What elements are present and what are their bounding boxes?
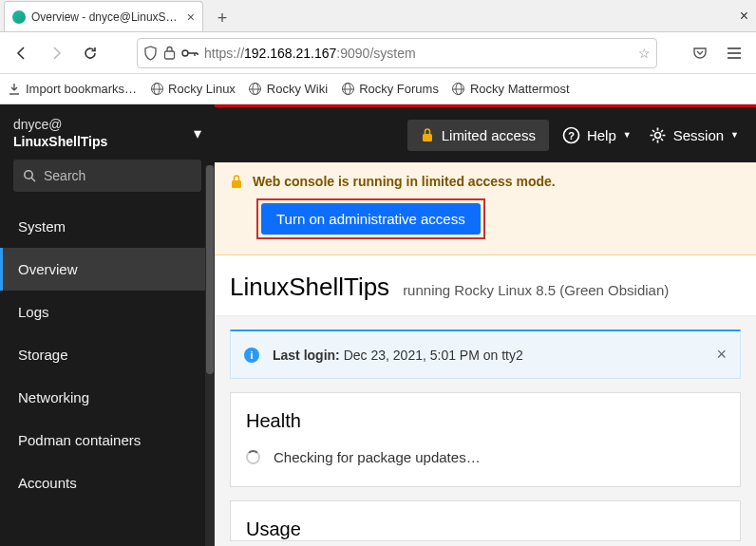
browser-tab-bar: Overview - dnyce@LinuxShellTips × + ×	[0, 0, 756, 32]
host-selector[interactable]: dnyce@ LinuxShellTips ▾	[0, 104, 215, 160]
hamburger-menu-icon[interactable]	[720, 39, 748, 67]
limited-access-button[interactable]: Limited access	[407, 120, 549, 151]
help-menu[interactable]: ? Help ▼	[558, 121, 635, 150]
content-area: Web console is running in limited access…	[215, 162, 756, 546]
sidebar-item-system[interactable]: System	[0, 205, 215, 248]
bookmark-rocky-forums[interactable]: Rocky Forums	[341, 82, 439, 96]
svg-rect-7	[232, 180, 241, 188]
key-icon[interactable]	[181, 48, 198, 58]
sidebar-item-podman[interactable]: Podman containers	[0, 419, 215, 461]
svg-rect-0	[165, 51, 175, 59]
browser-tab[interactable]: Overview - dnyce@LinuxShellTips ×	[4, 1, 203, 31]
svg-point-6	[654, 132, 660, 138]
last-login-text: Last login: Dec 23, 2021, 5:01 PM on tty…	[273, 348, 523, 363]
import-bookmarks[interactable]: Import bookmarks…	[8, 82, 137, 96]
sidebar-item-overview[interactable]: Overview	[0, 248, 215, 291]
page-subtitle: running Rocky Linux 8.5 (Green Obsidian)	[403, 282, 669, 298]
forward-button[interactable]	[42, 39, 70, 67]
svg-rect-3	[423, 134, 432, 141]
caret-down-icon: ▾	[194, 124, 201, 142]
gear-icon	[649, 126, 667, 144]
alert-button-highlight: Turn on administrative access	[256, 198, 485, 239]
svg-text:?: ?	[568, 129, 575, 141]
search-placeholder: Search	[44, 168, 85, 183]
caret-down-icon: ▼	[623, 130, 632, 140]
sidebar-item-accounts[interactable]: Accounts	[0, 461, 215, 504]
health-panel: Health Checking for package updates…	[230, 392, 741, 487]
bookmark-rocky-linux[interactable]: Rocky Linux	[150, 82, 236, 96]
reload-button[interactable]	[76, 39, 104, 67]
spinner-icon	[246, 450, 260, 464]
url-bar[interactable]: https://192.168.21.167:9090/system ☆	[137, 38, 657, 68]
alert-text: Web console is running in limited access…	[253, 174, 556, 189]
usage-title: Usage	[246, 518, 725, 540]
sidebar: dnyce@ LinuxShellTips ▾ Search System Ov…	[0, 104, 215, 546]
globe-icon	[150, 83, 163, 96]
import-icon	[8, 83, 21, 96]
bookmark-rocky-wiki[interactable]: Rocky Wiki	[249, 82, 328, 96]
globe-icon	[249, 83, 262, 96]
bookmark-star-icon[interactable]: ☆	[638, 46, 651, 61]
window-close-icon[interactable]: ×	[740, 8, 748, 25]
sidebar-items: System Overview Logs Storage Networking …	[0, 205, 215, 504]
search-icon	[23, 169, 36, 182]
lock-icon	[230, 174, 243, 189]
lock-icon[interactable]	[163, 46, 176, 60]
close-alert-icon[interactable]: ×	[716, 345, 727, 365]
sidebar-item-logs[interactable]: Logs	[0, 291, 215, 333]
page-hostname: LinuxShellTips	[230, 273, 389, 302]
host-name: LinuxShellTips	[13, 133, 107, 150]
health-status: Checking for package updates…	[274, 449, 481, 465]
svg-point-2	[25, 171, 32, 179]
last-login-panel: i Last login: Dec 23, 2021, 5:01 PM on t…	[230, 329, 741, 379]
topbar: Limited access ? Help ▼ Session ▼	[215, 107, 756, 162]
info-icon: i	[244, 348, 259, 363]
lock-icon	[421, 127, 434, 142]
svg-point-1	[182, 50, 188, 56]
tab-close-icon[interactable]: ×	[187, 9, 195, 25]
back-button[interactable]	[8, 39, 36, 67]
bookmark-rocky-mattermost[interactable]: Rocky Mattermost	[452, 82, 570, 96]
search-input[interactable]: Search	[13, 160, 201, 192]
bookmarks-bar: Import bookmarks… Rocky Linux Rocky Wiki…	[0, 74, 756, 104]
help-icon: ?	[562, 126, 580, 144]
globe-icon	[452, 83, 465, 96]
session-menu[interactable]: Session ▼	[645, 121, 743, 150]
sidebar-item-storage[interactable]: Storage	[0, 333, 215, 376]
pocket-icon[interactable]	[686, 39, 714, 67]
tab-favicon-icon	[12, 10, 26, 24]
turn-on-admin-button[interactable]: Turn on administrative access	[261, 203, 481, 235]
browser-nav-bar: https://192.168.21.167:9090/system ☆	[0, 32, 756, 74]
globe-icon	[341, 83, 354, 96]
health-title: Health	[246, 410, 725, 432]
sidebar-item-networking[interactable]: Networking	[0, 376, 215, 419]
sidebar-scrollbar[interactable]	[205, 165, 215, 546]
page-heading: LinuxShellTips running Rocky Linux 8.5 (…	[215, 255, 756, 316]
limited-access-alert: Web console is running in limited access…	[215, 162, 756, 255]
caret-down-icon: ▼	[730, 130, 739, 140]
url-text: https://192.168.21.167:9090/system	[204, 46, 633, 61]
new-tab-button[interactable]: +	[209, 5, 236, 31]
host-user: dnyce@	[13, 116, 107, 133]
tab-title: Overview - dnyce@LinuxShellTips	[31, 10, 181, 24]
usage-panel: Usage	[230, 500, 741, 541]
shield-icon[interactable]	[143, 46, 158, 61]
